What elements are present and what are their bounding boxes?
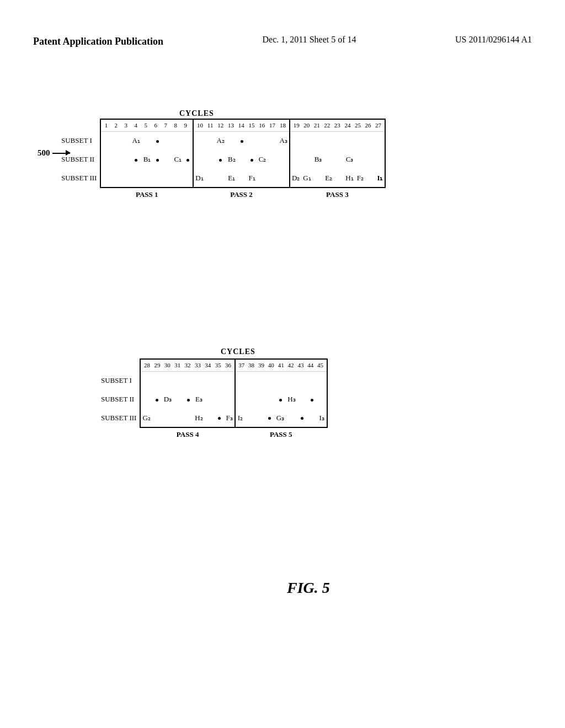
figure-label: FIG. 5 bbox=[287, 579, 330, 597]
publication-date-sheet: Dec. 1, 2011 Sheet 5 of 14 bbox=[263, 35, 356, 45]
publication-title: Patent Application Publication bbox=[33, 35, 163, 49]
publication-number: US 2011/0296144 A1 bbox=[455, 35, 532, 45]
bottom-diagram: 282930313233343536 373839404142434445 SU… bbox=[99, 358, 328, 440]
cycles-label-bottom: CYCLES bbox=[221, 347, 255, 356]
header: Patent Application Publication Dec. 1, 2… bbox=[0, 35, 565, 49]
ref-500-label: 500 bbox=[38, 148, 50, 158]
cycles-label-top: CYCLES bbox=[179, 109, 214, 118]
top-diagram: 123456789 101112131415161718 19202122232… bbox=[60, 119, 386, 200]
